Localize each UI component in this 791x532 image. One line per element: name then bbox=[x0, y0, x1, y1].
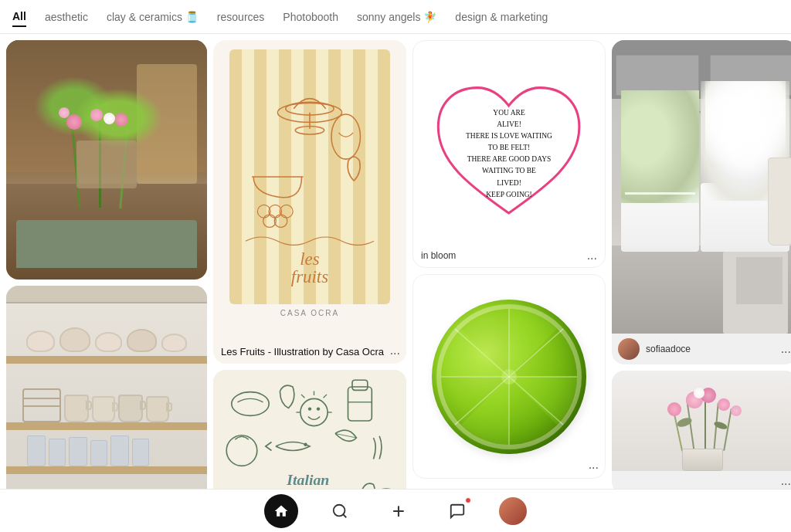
bouquet-user-row: sofiaadoce ... bbox=[612, 334, 791, 364]
column-1: ... bbox=[6, 40, 207, 489]
messages-button[interactable] bbox=[440, 494, 474, 528]
tab-design-marketing[interactable]: design & marketing bbox=[455, 8, 548, 26]
profile-button[interactable] bbox=[499, 497, 527, 525]
svg-line-44 bbox=[343, 514, 346, 517]
pink-flowers-more-icon[interactable]: ... bbox=[781, 474, 791, 488]
svg-point-25 bbox=[226, 435, 257, 466]
pin-doodle[interactable]: Italian Dinner SVG, PNG & AI 45 ELEMENTS… bbox=[213, 370, 406, 489]
tab-all[interactable]: All bbox=[12, 7, 26, 27]
pin-shelf[interactable]: ... bbox=[6, 286, 207, 489]
tab-aesthetic[interactable]: aesthetic bbox=[45, 8, 88, 26]
pin-pink-flowers[interactable]: ... bbox=[612, 371, 791, 489]
in-bloom-label: in bloom bbox=[421, 250, 456, 261]
svg-rect-22 bbox=[348, 387, 372, 421]
nav-bar: All aesthetic clay & ceramics 🫙 resource… bbox=[0, 0, 791, 34]
lime-more-icon[interactable]: ... bbox=[589, 458, 599, 472]
pin-grid: ... bbox=[0, 34, 791, 489]
tab-photobooth[interactable]: Photobooth bbox=[283, 8, 338, 26]
svg-line-20 bbox=[301, 395, 304, 398]
heart-text: YOU ARE ALIVE! THERE IS LOVE WAITING TO … bbox=[466, 107, 552, 202]
bouquet-more-icon[interactable]: ... bbox=[781, 342, 791, 356]
pin-lime[interactable]: ... bbox=[412, 274, 606, 479]
column-2: les fruits CASA OCRA ... Les Fruits - Il… bbox=[213, 40, 406, 489]
notification-dot bbox=[465, 497, 471, 503]
svg-rect-24 bbox=[352, 380, 368, 390]
brand-label: CASA OCRA bbox=[280, 309, 339, 317]
svg-text:Italian: Italian bbox=[286, 471, 329, 488]
user-name: sofiaadoce bbox=[646, 344, 691, 354]
svg-point-16 bbox=[317, 407, 320, 410]
fruits-title: Les Fruits - Illustration by Casa Ocra bbox=[221, 346, 399, 357]
kitchen-more-icon[interactable]: ... bbox=[191, 259, 201, 273]
svg-point-43 bbox=[334, 504, 345, 516]
svg-point-14 bbox=[300, 398, 328, 425]
pin-kitchen[interactable]: ... bbox=[6, 40, 207, 280]
heart-meta: in bloom ... bbox=[413, 244, 605, 267]
search-button[interactable] bbox=[323, 494, 357, 528]
bottom-nav-bar: + bbox=[0, 489, 791, 532]
heart-more-icon[interactable]: ... bbox=[587, 249, 597, 263]
nav-tabs: All aesthetic clay & ceramics 🫙 resource… bbox=[0, 0, 791, 34]
svg-text:fruits: fruits bbox=[291, 267, 328, 286]
tab-sonny-angels[interactable]: sonny angels 🧚 bbox=[357, 8, 436, 26]
tab-resources[interactable]: resources bbox=[217, 8, 264, 26]
pin-fruits[interactable]: les fruits CASA OCRA ... Les Fruits - Il… bbox=[213, 40, 406, 364]
svg-point-15 bbox=[308, 407, 311, 410]
svg-point-26 bbox=[304, 443, 307, 446]
fruits-more-icon[interactable]: ... bbox=[390, 344, 400, 357]
tab-clay-ceramics[interactable]: clay & ceramics 🫙 bbox=[107, 8, 199, 26]
column-3: YOU ARE ALIVE! THERE IS LOVE WAITING TO … bbox=[412, 40, 606, 489]
svg-point-13 bbox=[232, 392, 269, 416]
add-button[interactable]: + bbox=[382, 494, 416, 528]
home-button[interactable] bbox=[264, 494, 298, 528]
user-avatar bbox=[618, 338, 640, 360]
pin-bouquet[interactable]: с днем рождения меня ♡ bbox=[612, 40, 791, 364]
column-4: с днем рождения меня ♡ bbox=[612, 40, 791, 489]
pin-heart[interactable]: YOU ARE ALIVE! THERE IS LOVE WAITING TO … bbox=[412, 40, 606, 268]
svg-line-18 bbox=[324, 395, 327, 398]
fruits-meta: Les Fruits - Illustration by Casa Ocra bbox=[213, 341, 406, 364]
svg-text:les: les bbox=[300, 249, 319, 269]
